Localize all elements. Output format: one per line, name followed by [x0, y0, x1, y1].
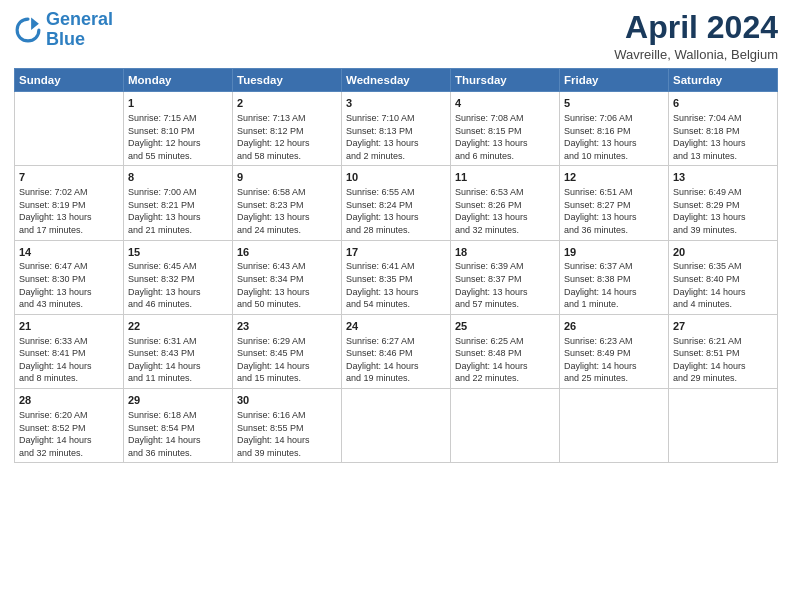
cell-w5-d4: [451, 389, 560, 463]
day-info: Sunrise: 6:37 AM Sunset: 8:38 PM Dayligh…: [564, 260, 664, 310]
day-number: 29: [128, 393, 228, 408]
cell-w2-d1: 8Sunrise: 7:00 AM Sunset: 8:21 PM Daylig…: [124, 166, 233, 240]
day-info: Sunrise: 7:00 AM Sunset: 8:21 PM Dayligh…: [128, 186, 228, 236]
cell-w3-d5: 19Sunrise: 6:37 AM Sunset: 8:38 PM Dayli…: [560, 240, 669, 314]
title-block: April 2024 Wavreille, Wallonia, Belgium: [614, 10, 778, 62]
day-info: Sunrise: 6:29 AM Sunset: 8:45 PM Dayligh…: [237, 335, 337, 385]
day-info: Sunrise: 7:13 AM Sunset: 8:12 PM Dayligh…: [237, 112, 337, 162]
week-row-2: 7Sunrise: 7:02 AM Sunset: 8:19 PM Daylig…: [15, 166, 778, 240]
day-number: 8: [128, 170, 228, 185]
cell-w5-d0: 28Sunrise: 6:20 AM Sunset: 8:52 PM Dayli…: [15, 389, 124, 463]
day-info: Sunrise: 6:53 AM Sunset: 8:26 PM Dayligh…: [455, 186, 555, 236]
cell-w3-d3: 17Sunrise: 6:41 AM Sunset: 8:35 PM Dayli…: [342, 240, 451, 314]
day-number: 16: [237, 245, 337, 260]
day-info: Sunrise: 6:39 AM Sunset: 8:37 PM Dayligh…: [455, 260, 555, 310]
cell-w3-d2: 16Sunrise: 6:43 AM Sunset: 8:34 PM Dayli…: [233, 240, 342, 314]
day-info: Sunrise: 6:33 AM Sunset: 8:41 PM Dayligh…: [19, 335, 119, 385]
day-info: Sunrise: 6:16 AM Sunset: 8:55 PM Dayligh…: [237, 409, 337, 459]
header: General Blue April 2024 Wavreille, Wallo…: [14, 10, 778, 62]
day-number: 18: [455, 245, 555, 260]
logo-icon: [14, 16, 42, 44]
cell-w5-d3: [342, 389, 451, 463]
day-number: 21: [19, 319, 119, 334]
day-info: Sunrise: 6:55 AM Sunset: 8:24 PM Dayligh…: [346, 186, 446, 236]
day-number: 15: [128, 245, 228, 260]
day-number: 24: [346, 319, 446, 334]
day-number: 22: [128, 319, 228, 334]
cell-w2-d0: 7Sunrise: 7:02 AM Sunset: 8:19 PM Daylig…: [15, 166, 124, 240]
logo-line2: Blue: [46, 29, 85, 49]
week-row-3: 14Sunrise: 6:47 AM Sunset: 8:30 PM Dayli…: [15, 240, 778, 314]
cell-w1-d6: 6Sunrise: 7:04 AM Sunset: 8:18 PM Daylig…: [669, 92, 778, 166]
day-number: 20: [673, 245, 773, 260]
logo: General Blue: [14, 10, 113, 50]
page-container: General Blue April 2024 Wavreille, Wallo…: [0, 0, 792, 469]
day-info: Sunrise: 6:41 AM Sunset: 8:35 PM Dayligh…: [346, 260, 446, 310]
cell-w2-d3: 10Sunrise: 6:55 AM Sunset: 8:24 PM Dayli…: [342, 166, 451, 240]
day-number: 30: [237, 393, 337, 408]
cell-w4-d0: 21Sunrise: 6:33 AM Sunset: 8:41 PM Dayli…: [15, 314, 124, 388]
cell-w2-d5: 12Sunrise: 6:51 AM Sunset: 8:27 PM Dayli…: [560, 166, 669, 240]
calendar-table: Sunday Monday Tuesday Wednesday Thursday…: [14, 68, 778, 463]
cell-w5-d6: [669, 389, 778, 463]
day-number: 19: [564, 245, 664, 260]
day-number: 5: [564, 96, 664, 111]
day-info: Sunrise: 6:18 AM Sunset: 8:54 PM Dayligh…: [128, 409, 228, 459]
day-info: Sunrise: 6:35 AM Sunset: 8:40 PM Dayligh…: [673, 260, 773, 310]
header-monday: Monday: [124, 69, 233, 92]
cell-w2-d4: 11Sunrise: 6:53 AM Sunset: 8:26 PM Dayli…: [451, 166, 560, 240]
day-number: 27: [673, 319, 773, 334]
day-number: 1: [128, 96, 228, 111]
calendar-header: Sunday Monday Tuesday Wednesday Thursday…: [15, 69, 778, 92]
cell-w3-d6: 20Sunrise: 6:35 AM Sunset: 8:40 PM Dayli…: [669, 240, 778, 314]
day-number: 2: [237, 96, 337, 111]
header-wednesday: Wednesday: [342, 69, 451, 92]
day-number: 3: [346, 96, 446, 111]
day-info: Sunrise: 6:49 AM Sunset: 8:29 PM Dayligh…: [673, 186, 773, 236]
cell-w4-d3: 24Sunrise: 6:27 AM Sunset: 8:46 PM Dayli…: [342, 314, 451, 388]
day-info: Sunrise: 6:47 AM Sunset: 8:30 PM Dayligh…: [19, 260, 119, 310]
cell-w5-d5: [560, 389, 669, 463]
cell-w4-d5: 26Sunrise: 6:23 AM Sunset: 8:49 PM Dayli…: [560, 314, 669, 388]
cell-w1-d5: 5Sunrise: 7:06 AM Sunset: 8:16 PM Daylig…: [560, 92, 669, 166]
cell-w1-d0: [15, 92, 124, 166]
day-info: Sunrise: 7:10 AM Sunset: 8:13 PM Dayligh…: [346, 112, 446, 162]
cell-w4-d6: 27Sunrise: 6:21 AM Sunset: 8:51 PM Dayli…: [669, 314, 778, 388]
cell-w1-d3: 3Sunrise: 7:10 AM Sunset: 8:13 PM Daylig…: [342, 92, 451, 166]
cell-w4-d2: 23Sunrise: 6:29 AM Sunset: 8:45 PM Dayli…: [233, 314, 342, 388]
logo-line1: General: [46, 9, 113, 29]
header-sunday: Sunday: [15, 69, 124, 92]
weekday-header-row: Sunday Monday Tuesday Wednesday Thursday…: [15, 69, 778, 92]
day-info: Sunrise: 6:25 AM Sunset: 8:48 PM Dayligh…: [455, 335, 555, 385]
day-info: Sunrise: 7:06 AM Sunset: 8:16 PM Dayligh…: [564, 112, 664, 162]
day-number: 11: [455, 170, 555, 185]
day-number: 26: [564, 319, 664, 334]
cell-w3-d0: 14Sunrise: 6:47 AM Sunset: 8:30 PM Dayli…: [15, 240, 124, 314]
week-row-5: 28Sunrise: 6:20 AM Sunset: 8:52 PM Dayli…: [15, 389, 778, 463]
header-tuesday: Tuesday: [233, 69, 342, 92]
cell-w5-d2: 30Sunrise: 6:16 AM Sunset: 8:55 PM Dayli…: [233, 389, 342, 463]
cell-w1-d2: 2Sunrise: 7:13 AM Sunset: 8:12 PM Daylig…: [233, 92, 342, 166]
header-friday: Friday: [560, 69, 669, 92]
cell-w4-d1: 22Sunrise: 6:31 AM Sunset: 8:43 PM Dayli…: [124, 314, 233, 388]
day-info: Sunrise: 6:23 AM Sunset: 8:49 PM Dayligh…: [564, 335, 664, 385]
location: Wavreille, Wallonia, Belgium: [614, 47, 778, 62]
day-info: Sunrise: 6:58 AM Sunset: 8:23 PM Dayligh…: [237, 186, 337, 236]
cell-w3-d4: 18Sunrise: 6:39 AM Sunset: 8:37 PM Dayli…: [451, 240, 560, 314]
day-number: 9: [237, 170, 337, 185]
day-number: 23: [237, 319, 337, 334]
day-number: 17: [346, 245, 446, 260]
week-row-1: 1Sunrise: 7:15 AM Sunset: 8:10 PM Daylig…: [15, 92, 778, 166]
day-number: 10: [346, 170, 446, 185]
day-info: Sunrise: 7:02 AM Sunset: 8:19 PM Dayligh…: [19, 186, 119, 236]
cell-w2-d2: 9Sunrise: 6:58 AM Sunset: 8:23 PM Daylig…: [233, 166, 342, 240]
day-number: 4: [455, 96, 555, 111]
cell-w1-d1: 1Sunrise: 7:15 AM Sunset: 8:10 PM Daylig…: [124, 92, 233, 166]
day-number: 28: [19, 393, 119, 408]
day-info: Sunrise: 7:08 AM Sunset: 8:15 PM Dayligh…: [455, 112, 555, 162]
header-thursday: Thursday: [451, 69, 560, 92]
day-number: 7: [19, 170, 119, 185]
day-number: 14: [19, 245, 119, 260]
header-saturday: Saturday: [669, 69, 778, 92]
day-info: Sunrise: 6:45 AM Sunset: 8:32 PM Dayligh…: [128, 260, 228, 310]
